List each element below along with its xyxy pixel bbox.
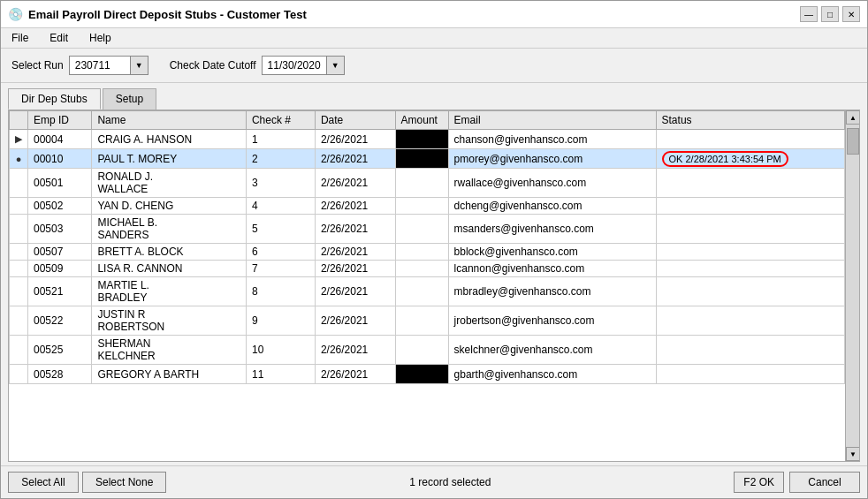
cell-name: SHERMAN KELCHNER [92, 336, 247, 365]
row-indicator [10, 277, 28, 306]
table-row[interactable]: ●00010PAUL T. MOREY22/26/2021pmorey@give… [10, 149, 845, 169]
table-row[interactable]: 00522JUSTIN R ROBERTSON92/26/2021jrobert… [10, 306, 845, 336]
cell-amount [395, 198, 448, 215]
cell-email: skelchner@givenhansco.com [448, 336, 656, 365]
cell-status [656, 198, 844, 215]
scroll-down-button[interactable]: ▼ [846, 447, 860, 461]
row-indicator: ▶ [10, 130, 28, 149]
cell-email: jrobertson@givenhansco.com [448, 306, 656, 336]
cell-email: dcheng@givenhansco.com [448, 198, 656, 215]
cell-amount [395, 169, 448, 198]
cell-emp-id: 00525 [28, 336, 92, 365]
select-run-dropdown[interactable]: 230711 ▼ [69, 56, 148, 75]
table-row[interactable]: 00502YAN D. CHENG42/26/2021dcheng@givenh… [10, 198, 845, 215]
table-row[interactable]: 00525SHERMAN KELCHNER102/26/2021skelchne… [10, 336, 845, 365]
cell-name: GREGORY A BARTH [92, 365, 247, 384]
cell-date: 2/26/2021 [315, 215, 395, 244]
cell-date: 2/26/2021 [315, 365, 395, 384]
table-row[interactable]: 00509LISA R. CANNON72/26/2021lcannon@giv… [10, 261, 845, 277]
title-bar-controls: — □ ✕ [800, 6, 860, 22]
bottom-left: Select All Select None [8, 472, 166, 493]
ok-button[interactable]: F2 OK [734, 472, 784, 493]
window-title: Email Payroll Direct Deposit Stubs - Cus… [28, 8, 307, 21]
row-indicator [10, 169, 28, 198]
vertical-scrollbar[interactable]: ▲ ▼ [845, 110, 859, 461]
tab-dir-dep-stubs[interactable]: Dir Dep Stubs [8, 88, 101, 110]
table-header: Emp ID Name Check # Date Amount Email St… [10, 111, 845, 130]
cell-date: 2/26/2021 [315, 149, 395, 169]
tab-setup[interactable]: Setup [103, 88, 156, 110]
row-indicator [10, 261, 28, 277]
col-name: Name [92, 111, 247, 130]
cell-date: 2/26/2021 [315, 244, 395, 261]
menu-file[interactable]: File [6, 30, 34, 46]
row-indicator [10, 365, 28, 384]
check-date-cutoff-label: Check Date Cutoff [170, 59, 256, 72]
cell-amount [395, 130, 448, 149]
select-run-label: Select Run [11, 59, 64, 72]
menu-bar: File Edit Help [1, 28, 867, 49]
cell-email: lcannon@givenhansco.com [448, 261, 656, 277]
cell-name: LISA R. CANNON [92, 261, 247, 277]
cell-name: RONALD J. WALLACE [92, 169, 247, 198]
cell-status [656, 169, 844, 198]
check-date-cutoff-dropdown[interactable]: 11/30/2020 ▼ [262, 56, 345, 75]
cell-date: 2/26/2021 [315, 336, 395, 365]
cell-check: 5 [246, 215, 315, 244]
table-row[interactable]: 00521MARTIE L. BRADLEY82/26/2021mbradley… [10, 277, 845, 306]
scroll-track[interactable] [846, 125, 859, 447]
menu-edit[interactable]: Edit [44, 30, 73, 46]
cell-date: 2/26/2021 [315, 198, 395, 215]
cell-check: 1 [246, 130, 315, 149]
cell-emp-id: 00501 [28, 169, 92, 198]
table-row[interactable]: 00507BRETT A. BLOCK62/26/2021bblock@give… [10, 244, 845, 261]
data-table: Emp ID Name Check # Date Amount Email St… [9, 110, 845, 384]
table-row[interactable]: 00528GREGORY A BARTH112/26/2021gbarth@gi… [10, 365, 845, 384]
table-row[interactable]: 00501RONALD J. WALLACE32/26/2021rwallace… [10, 169, 845, 198]
cell-emp-id: 00010 [28, 149, 92, 169]
check-date-cutoff-value: 11/30/2020 [263, 57, 326, 73]
table-row[interactable]: 00503MICHAEL B. SANDERS52/26/2021msander… [10, 215, 845, 244]
cell-status [656, 306, 844, 336]
minimize-button[interactable]: — [800, 6, 818, 22]
table-inner: Emp ID Name Check # Date Amount Email St… [9, 110, 845, 461]
maximize-button[interactable]: □ [821, 6, 839, 22]
col-emp-id: Emp ID [28, 111, 92, 130]
cell-emp-id: 00502 [28, 198, 92, 215]
cell-name: CRAIG A. HANSON [92, 130, 247, 149]
app-icon: 💿 [8, 7, 23, 21]
select-none-button[interactable]: Select None [82, 472, 166, 493]
scroll-up-button[interactable]: ▲ [846, 110, 860, 125]
col-status: Status [656, 111, 844, 130]
cell-email: mbradley@givenhansco.com [448, 277, 656, 306]
select-run-dropdown-arrow[interactable]: ▼ [130, 57, 148, 74]
cell-status [656, 365, 844, 384]
cell-emp-id: 00507 [28, 244, 92, 261]
col-date: Date [315, 111, 395, 130]
title-bar: 💿 Email Payroll Direct Deposit Stubs - C… [1, 1, 867, 28]
cell-amount [395, 306, 448, 336]
check-date-cutoff-dropdown-arrow[interactable]: ▼ [326, 57, 344, 74]
cell-date: 2/26/2021 [315, 169, 395, 198]
cell-emp-id: 00522 [28, 306, 92, 336]
bottom-right: F2 OK Cancel [734, 472, 860, 493]
menu-help[interactable]: Help [84, 30, 117, 46]
scroll-thumb[interactable] [847, 128, 859, 155]
cell-status [656, 215, 844, 244]
cell-name: MARTIE L. BRADLEY [92, 277, 247, 306]
cell-emp-id: 00004 [28, 130, 92, 149]
cell-name: YAN D. CHENG [92, 198, 247, 215]
close-button[interactable]: ✕ [842, 6, 860, 22]
cell-status [656, 261, 844, 277]
select-run-group: Select Run 230711 ▼ [11, 56, 148, 75]
row-indicator [10, 244, 28, 261]
main-window: 💿 Email Payroll Direct Deposit Stubs - C… [0, 0, 868, 499]
check-date-cutoff-group: Check Date Cutoff 11/30/2020 ▼ [170, 56, 345, 75]
bottom-bar: Select All Select None 1 record selected… [1, 465, 867, 498]
table-row[interactable]: ▶00004CRAIG A. HANSON12/26/2021chanson@g… [10, 130, 845, 149]
select-all-button[interactable]: Select All [8, 472, 79, 493]
cancel-button[interactable]: Cancel [789, 472, 860, 493]
cell-date: 2/26/2021 [315, 306, 395, 336]
cell-status [656, 130, 844, 149]
cell-amount [395, 149, 448, 169]
